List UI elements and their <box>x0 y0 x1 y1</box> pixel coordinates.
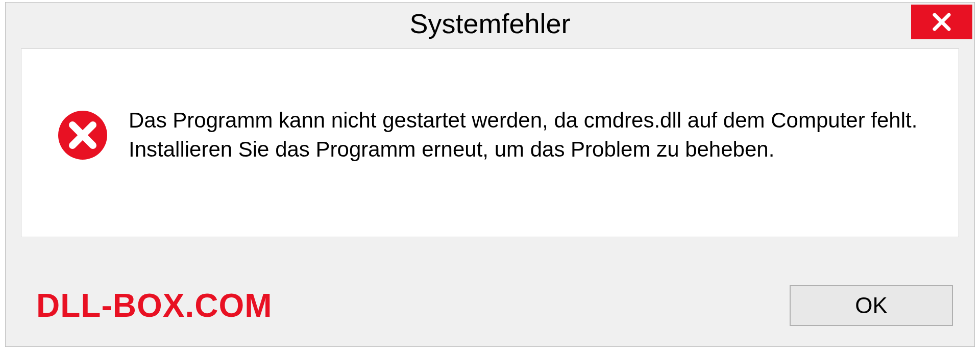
ok-button[interactable]: OK <box>790 285 953 326</box>
watermark-text: DLL-BOX.COM <box>36 287 273 324</box>
close-button[interactable] <box>911 5 972 39</box>
error-message: Das Programm kann nicht gestartet werden… <box>129 106 923 164</box>
content-area: Das Programm kann nicht gestartet werden… <box>21 48 959 237</box>
dialog-title: Systemfehler <box>409 8 570 39</box>
ok-button-label: OK <box>855 293 888 318</box>
close-icon <box>932 12 952 32</box>
dialog-footer: DLL-BOX.COM OK <box>6 265 974 346</box>
error-icon <box>57 110 108 161</box>
title-bar: Systemfehler <box>6 3 974 44</box>
error-dialog: Systemfehler Das Programm kann nicht ges… <box>5 2 975 347</box>
